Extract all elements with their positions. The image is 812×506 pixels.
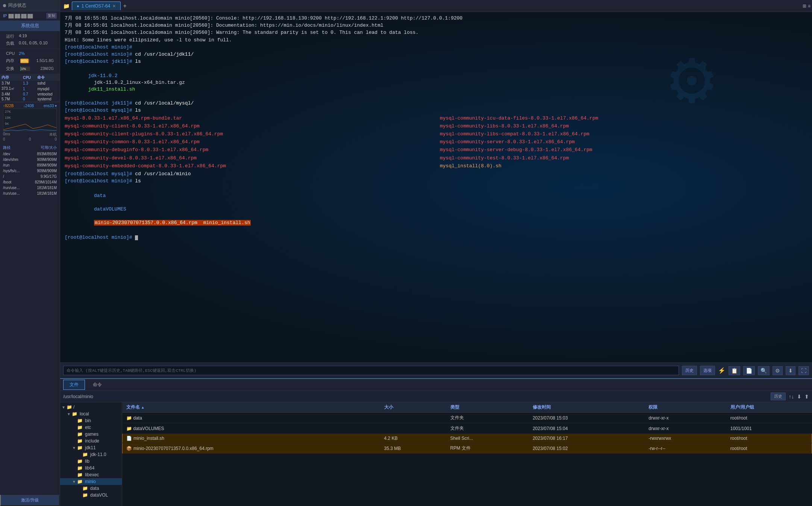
folder-icon: 📁 — [77, 438, 83, 444]
copy-icon-button[interactable]: 📋 — [729, 366, 740, 375]
sync-dot — [3, 4, 6, 7]
folder-icon: 📁 — [77, 459, 83, 464]
file-list-panel: 文件名 ▲ 大小 类型 修改时间 权限 用户/用户组 📁data 文件夹 202… — [122, 402, 812, 506]
tree-item[interactable]: 📁games — [60, 431, 122, 438]
tree-item[interactable]: 📁include — [60, 438, 122, 444]
folder-icon: 📁 — [82, 492, 88, 498]
tree-item-label: data — [90, 486, 99, 491]
col-owner[interactable]: 用户/用户组 — [727, 402, 812, 413]
file-row[interactable]: 📄minio_install.sh 4.2 KB Shell Scri... 2… — [123, 434, 812, 443]
tree-item[interactable]: 📁dataVOL — [60, 492, 122, 498]
search-icon-button[interactable]: 🔍 — [758, 366, 770, 375]
terminal-content: 7月 08 16:55:01 localhost.localdomain min… — [65, 15, 807, 241]
lightning-icon: ⚡ — [718, 367, 726, 374]
tree-item[interactable]: 📁data — [60, 485, 122, 492]
tab-close-button[interactable]: ✕ — [112, 4, 116, 9]
grid-view-button[interactable]: ⊞ — [803, 3, 806, 9]
current-path: /usr/local/minio — [63, 394, 93, 399]
folder-icon: 📁 — [77, 479, 83, 484]
cpu-row: CPU 2% — [3, 50, 57, 56]
fullscreen-icon-button[interactable]: ⛶ — [798, 366, 809, 375]
tree-item[interactable]: 📁libexec — [60, 471, 122, 478]
term-line-10: [root@localhost mysql]# ls — [65, 107, 807, 114]
history-button[interactable]: 历史 — [682, 366, 697, 375]
main-area: 📁 ● 1 CentOS7-64 ✕ + ⊞ ≡ ⚙ 7月 08 16:55:0… — [60, 0, 812, 506]
minio-line-1: data dataVOLUMES minio-20230707071357.0.… — [65, 185, 807, 233]
col-type[interactable]: 类型 — [447, 402, 529, 413]
download-icon-button[interactable]: ⬇ — [786, 366, 795, 375]
tab-centos[interactable]: ● 1 CentOS7-64 ✕ — [72, 2, 121, 10]
tree-item-label: jdk-11.0 — [90, 452, 106, 457]
net-iface[interactable]: ens33 ▾ — [44, 104, 57, 108]
file-mtime: 2023/07/08 16:17 — [529, 434, 645, 443]
col-mtime[interactable]: 修改时间 — [529, 402, 645, 413]
file-tree: ▼📁/▼📁local 📁bin 📁etc 📁games 📁include▼📁jd… — [60, 402, 122, 506]
tab-files[interactable]: 文件 — [63, 380, 85, 390]
sync-status: 同步状态 — [0, 0, 60, 11]
tree-item[interactable]: ▼📁minio — [60, 478, 122, 485]
paste-icon-button[interactable]: 📄 — [743, 366, 755, 375]
minio-file-list: data dataVOLUMES minio-20230707071357.0.… — [65, 185, 807, 233]
sys-info-button[interactable]: 系统信息 — [0, 21, 60, 31]
mem-row: 内存 85% 1.5G/1.8G — [3, 57, 57, 64]
mysql-file-4: mysql-community-libs-8.0.33-1.el7.x86_64… — [440, 123, 807, 130]
tab-add-button[interactable]: + — [121, 3, 128, 9]
upload-icon[interactable]: ⬇ — [797, 394, 801, 400]
tab-commands[interactable]: 命令 — [86, 380, 108, 390]
net-latency: 0ms — [3, 132, 10, 137]
proc-cmd: sshd — [36, 81, 60, 86]
col-filename[interactable]: 文件名 ▲ — [123, 402, 380, 413]
copy-ip-button[interactable]: 复制 — [46, 13, 57, 19]
process-row: 3.7M1.3sshd — [0, 81, 60, 86]
file-perm: -rwxrwxrwx — [645, 434, 726, 443]
proc-cpu: 0.7 — [21, 92, 36, 97]
net-chart: 27K 19K 9K — [3, 109, 57, 131]
options-button[interactable]: 选项 — [700, 366, 715, 375]
disk-rows: /dev893M/893M/dev/shm909M/909M/run899M/9… — [0, 151, 60, 196]
tree-item[interactable]: 📁jdk-11.0 — [60, 451, 122, 458]
file-row[interactable]: 📦minio-20230707071357.0.0.x86_64.rpm 35.… — [123, 443, 812, 454]
list-view-button[interactable]: ≡ — [808, 3, 810, 9]
net-val-19k: 19K — [5, 116, 11, 120]
tree-item[interactable]: 📁lib64 — [60, 465, 122, 471]
tree-root[interactable]: ▼📁/ — [60, 404, 122, 411]
file-table: 文件名 ▲ 大小 类型 修改时间 权限 用户/用户组 📁data 文件夹 202… — [122, 402, 812, 454]
folder-icon-button[interactable]: 📁 — [62, 2, 71, 10]
download-icon[interactable]: ⬆ — [804, 394, 809, 400]
terminal-area[interactable]: ⚙ 7月 08 16:55:01 localhost.localdomain m… — [60, 12, 812, 362]
ip-value: ██ ██.██.██ — [8, 14, 45, 18]
mysql-file-list: mysql-8.0.33-1.el7.x86_64.rpm-bundle.tar… — [65, 115, 807, 170]
runtime-section: 运行 4:19 负载 0.01, 0.05, 0.10 — [0, 31, 60, 49]
tree-item[interactable]: 📁bin — [60, 417, 122, 424]
mysql-file-5: mysql-community-client-plugins-8.0.33-1.… — [65, 131, 432, 138]
tree-item[interactable]: 📁lib — [60, 458, 122, 465]
col-size[interactable]: 大小 — [380, 402, 447, 413]
expand-icon: ▼ — [72, 446, 76, 450]
command-input-area[interactable]: 命令输入 (按ALT键提示历史,TAB键路径,ESC键返回,双击CTRL切换) — [63, 366, 679, 375]
refresh-icon[interactable]: ↑↓ — [789, 394, 794, 400]
disk-avail: 9.9G/17G — [41, 174, 57, 179]
activate-button[interactable]: 激活/升级 — [0, 495, 60, 506]
tree-item[interactable]: ▼📁jdk11 — [60, 444, 122, 451]
net-val-27k: 27K — [5, 110, 11, 114]
net-stat-1: 0 — [29, 137, 31, 141]
net-zero-row: 0 0 0 — [3, 137, 57, 141]
tree-item[interactable]: 📁etc — [60, 424, 122, 431]
proc-cpu: 1.3 — [21, 81, 36, 86]
disk-path: /sys/fs/c... — [3, 169, 20, 173]
file-perm: -rw-r--r-- — [645, 443, 726, 454]
file-row[interactable]: 📁data 文件夹 2023/07/08 15:03 drwxr-xr-x ro… — [123, 413, 812, 423]
ip-section: IP ██ ██.██.██ 复制 — [0, 11, 60, 21]
folder-icon: 📁 — [82, 452, 88, 457]
tree-item-label: include — [85, 438, 99, 444]
ip-label: IP — [3, 14, 7, 18]
tree-item-label: games — [85, 432, 98, 437]
tree-item-label: etc — [85, 425, 91, 430]
settings-icon-button[interactable]: ⚙ — [773, 366, 783, 375]
disk-path: / — [3, 174, 4, 179]
col-perm[interactable]: 权限 — [645, 402, 726, 413]
tree-item[interactable]: ▼📁local — [60, 411, 122, 417]
file-history-button[interactable]: 历史 — [771, 392, 786, 400]
file-row[interactable]: 📁dataVOLUMES 文件夹 2023/07/08 15:04 drwxr-… — [123, 423, 812, 434]
term-line-4: Hint: Some lines were ellipsized, use -l… — [65, 37, 807, 44]
